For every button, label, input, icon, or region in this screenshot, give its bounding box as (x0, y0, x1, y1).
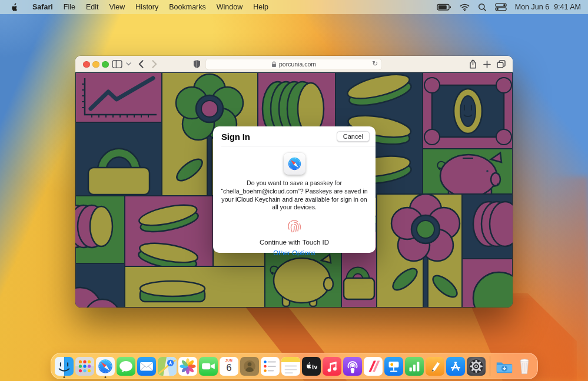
desktop: SafariFileEditViewHistoryBookmarksWindow… (0, 0, 588, 381)
dock-separator (490, 356, 490, 376)
dock-downloads-icon[interactable] (494, 357, 513, 376)
chevron-down-icon[interactable] (125, 58, 132, 70)
address-url: porcunia.com (279, 61, 316, 68)
dock-calendar-icon[interactable]: JUN6 (220, 357, 238, 376)
menu-file[interactable]: File (58, 3, 81, 11)
dock-launchpad-icon[interactable] (75, 357, 94, 376)
dock-system-settings-icon[interactable] (467, 357, 486, 376)
safari-compass-icon (284, 153, 305, 175)
dock-mail-icon[interactable] (137, 357, 156, 376)
dock-numbers-icon[interactable] (405, 357, 424, 376)
dialog-header: Sign In Cancel (213, 126, 376, 146)
menu-bar-status: Mon Jun 69:41 AM (437, 2, 581, 12)
dock-maps-icon[interactable] (158, 357, 177, 376)
dock-trash-icon[interactable] (515, 357, 534, 376)
menu-window[interactable]: Window (211, 3, 248, 11)
shield-icon[interactable] (191, 58, 202, 70)
control-center-icon[interactable] (495, 3, 507, 11)
dock-reminders-icon[interactable] (261, 357, 280, 376)
touch-id-label: Continue with Touch ID (213, 239, 376, 246)
dialog-divider (221, 146, 376, 146)
menu-edit[interactable]: Edit (81, 3, 104, 11)
menu-bookmarks[interactable]: Bookmarks (164, 3, 211, 11)
share-icon[interactable] (467, 58, 478, 70)
dock-podcasts-icon[interactable] (343, 357, 362, 376)
menu-safari[interactable]: Safari (27, 3, 58, 11)
sign-in-dialog: Sign In Cancel Do you want to save a pas… (213, 126, 376, 253)
calendar-month: JUN (225, 359, 232, 362)
address-bar[interactable]: porcunia.com ↻ (205, 59, 382, 70)
menu-view[interactable]: View (104, 3, 130, 11)
menu-bar-clock[interactable]: Mon Jun 69:41 AM (515, 3, 581, 11)
dock-finder-icon[interactable] (55, 357, 74, 376)
minimize-button[interactable] (92, 61, 99, 68)
dock-news-icon[interactable] (364, 357, 383, 376)
dialog-message: Do you want to save a passkey for “chell… (218, 179, 370, 212)
menu-bar: SafariFileEditViewHistoryBookmarksWindow… (0, 0, 588, 14)
new-tab-icon[interactable] (481, 58, 492, 70)
dock-facetime-icon[interactable] (199, 357, 218, 376)
tabs-icon[interactable] (495, 58, 507, 70)
dock-music-icon[interactable] (323, 357, 341, 376)
battery-icon[interactable] (437, 2, 451, 12)
menu-items: SafariFileEditViewHistoryBookmarksWindow… (27, 3, 274, 11)
back-icon[interactable] (136, 58, 145, 70)
other-options-link[interactable]: Other Options (213, 249, 376, 256)
safari-toolbar: porcunia.com ↻ (75, 56, 513, 72)
menu-history[interactable]: History (130, 3, 164, 11)
apple-menu-icon[interactable] (11, 3, 19, 12)
search-icon[interactable] (478, 3, 487, 12)
wifi-icon[interactable] (460, 4, 470, 11)
svg-text:tv: tv (311, 364, 317, 370)
dock-notes-icon[interactable] (281, 357, 300, 376)
cancel-button[interactable]: Cancel (337, 131, 370, 142)
dock-app-store-icon[interactable] (446, 357, 465, 376)
dock-pages-icon[interactable] (426, 357, 444, 376)
sidebar-icon[interactable] (111, 58, 124, 70)
calendar-day: 6 (226, 363, 231, 373)
fingerprint-icon (285, 217, 304, 236)
dock-messages-icon[interactable] (117, 357, 135, 376)
forward-icon[interactable] (150, 58, 159, 70)
menu-bar-time: 9:41 AM (554, 3, 581, 11)
menu-bar-date: Mon Jun 6 (515, 3, 549, 11)
reload-icon[interactable]: ↻ (372, 59, 378, 68)
close-button[interactable] (83, 61, 90, 68)
dock-keynote-icon[interactable] (384, 357, 403, 376)
dock: JUN6 tv (51, 353, 538, 379)
dock-photos-icon[interactable] (178, 357, 197, 376)
menu-help[interactable]: Help (248, 3, 274, 11)
dock-tv-icon[interactable]: tv (302, 357, 321, 376)
wallpaper-shape (518, 176, 588, 381)
lock-icon (271, 61, 277, 68)
zoom-button[interactable] (102, 61, 109, 68)
dock-contacts-icon[interactable] (240, 357, 259, 376)
dialog-title: Sign In (221, 132, 250, 142)
dock-safari-icon[interactable] (96, 357, 115, 376)
